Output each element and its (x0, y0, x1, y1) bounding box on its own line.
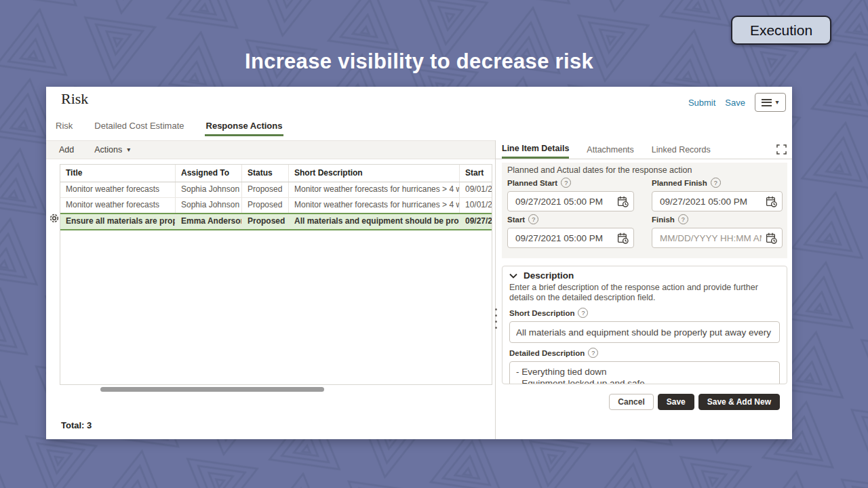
add-button[interactable]: Add (59, 145, 74, 155)
slide: Execution Increase visibility to decreas… (0, 0, 868, 488)
row-gear-icon[interactable] (49, 213, 60, 224)
tab-attachments[interactable]: Attachments (587, 140, 633, 159)
expand-panel-button[interactable] (776, 140, 787, 159)
help-icon[interactable]: ? (678, 214, 688, 224)
details-tabs: Line Item Details Attachments Linked Rec… (496, 140, 792, 159)
calendar-clock-icon[interactable] (766, 232, 777, 244)
planned-start-field (507, 191, 634, 211)
finish-field (652, 228, 783, 248)
response-actions-table: Title Assigned To Status Short Descripti… (60, 164, 492, 385)
label-text: Finish (652, 216, 675, 224)
help-icon[interactable]: ? (561, 178, 571, 188)
grid-toolbar: Add Actions ▾ (46, 140, 495, 159)
label-text: Short Description (509, 309, 574, 317)
label-text: Start (507, 216, 525, 224)
actions-label: Actions (94, 145, 122, 155)
detailed-description-textarea[interactable]: - Everything tied down - Equipment locke… (509, 361, 780, 384)
details-actions: Cancel Save Save & Add New (496, 394, 787, 410)
table-row[interactable]: Monitor weather forecasts Sophia Johnson… (60, 182, 492, 198)
save-add-new-button[interactable]: Save & Add New (698, 394, 780, 410)
caret-down-icon: ▾ (127, 146, 130, 153)
expand-icon (776, 144, 787, 155)
table-row[interactable]: Monitor weather forecasts Sophia Johnson… (60, 198, 492, 214)
collapse-chevron-icon[interactable] (509, 273, 517, 279)
description-help-text: Enter a brief description of the respons… (509, 283, 780, 303)
label-text: Detailed Description (509, 349, 585, 357)
tab-linked-records[interactable]: Linked Records (652, 140, 711, 159)
cell-start: 09/27/2 (460, 214, 492, 229)
finish-label: Finish ? (652, 214, 783, 224)
hamburger-icon (762, 99, 772, 106)
start-label: Start ? (507, 214, 634, 224)
column-header-assigned-to[interactable]: Assigned To (176, 165, 242, 182)
column-header-title[interactable]: Title (60, 165, 176, 182)
cell-assigned-to: Sophia Johnson (176, 182, 242, 197)
cancel-button[interactable]: Cancel (609, 394, 653, 410)
planned-start-input[interactable] (514, 196, 614, 207)
submit-link[interactable]: Submit (688, 98, 715, 108)
main-tabs: Risk Detailed Cost Estimate Response Act… (54, 119, 283, 136)
calendar-clock-icon[interactable] (617, 232, 629, 244)
app-window: Risk Submit Save ▾ Risk Detailed Cost Es… (46, 87, 792, 439)
table-header-row: Title Assigned To Status Short Descripti… (60, 165, 492, 182)
planned-finish-field (652, 191, 783, 211)
tab-risk[interactable]: Risk (54, 119, 74, 136)
cell-short-description: Monitor weather forecasts for hurricanes… (289, 182, 460, 197)
start-field (507, 228, 634, 248)
actions-menu-button[interactable]: Actions ▾ (94, 145, 130, 155)
calendar-clock-icon[interactable] (617, 196, 629, 207)
label-text: Planned Start (507, 179, 557, 187)
column-header-short-description[interactable]: Short Description (289, 165, 460, 182)
cell-short-description: Monitor weather forecasts for hurricanes… (289, 198, 460, 213)
phase-badge: Execution (731, 16, 831, 45)
help-icon[interactable]: ? (528, 214, 538, 224)
help-icon[interactable]: ? (711, 178, 721, 188)
cell-assigned-to: Sophia Johnson (176, 198, 242, 213)
calendar-clock-icon[interactable] (766, 196, 777, 207)
caret-down-icon: ▾ (775, 99, 778, 106)
detailed-description-label: Detailed Description ? (509, 348, 780, 358)
menu-button[interactable]: ▾ (755, 93, 786, 112)
panel-splitter-handle[interactable] (493, 308, 498, 329)
save-link[interactable]: Save (725, 98, 745, 108)
header-actions: Submit Save ▾ (688, 93, 786, 112)
column-header-start[interactable]: Start (460, 165, 492, 182)
tab-line-item-details[interactable]: Line Item Details (502, 140, 569, 159)
description-section: Description Enter a brief description of… (502, 266, 787, 384)
help-icon[interactable]: ? (578, 308, 588, 318)
dates-summary: Planned and Actual dates for the respons… (507, 165, 782, 175)
short-description-label: Short Description ? (509, 308, 780, 318)
cell-title: Monitor weather forecasts (60, 182, 176, 197)
table-row-selected[interactable]: Ensure all materials are proper... Emma … (60, 213, 492, 230)
tab-response-actions[interactable]: Response Actions (205, 119, 284, 136)
help-icon[interactable]: ? (588, 348, 598, 358)
horizontal-scrollbar[interactable] (100, 387, 324, 392)
planned-finish-label: Planned Finish ? (652, 178, 783, 188)
tab-detailed-cost-estimate[interactable]: Detailed Cost Estimate (93, 119, 185, 136)
short-description-input[interactable] (509, 321, 780, 343)
cell-status: Proposed (242, 182, 289, 197)
planned-finish-input[interactable] (658, 196, 763, 207)
cell-title: Ensure all materials are proper... (60, 214, 176, 229)
description-title: Description (524, 270, 574, 281)
cell-title: Monitor weather forecasts (60, 198, 176, 213)
column-header-status[interactable]: Status (242, 165, 289, 182)
table-total: Total: 3 (61, 420, 92, 430)
cell-short-description: All materials and equipment should be pr… (289, 214, 460, 229)
label-text: Planned Finish (652, 179, 707, 187)
dates-section: Planned and Actual dates for the respons… (502, 163, 787, 258)
cell-status: Proposed (242, 214, 289, 229)
cell-assigned-to: Emma Anderson (176, 214, 242, 229)
cell-start: 09/01/2 (460, 182, 492, 197)
start-input[interactable] (514, 232, 614, 244)
save-button[interactable]: Save (658, 394, 694, 410)
cell-start: 10/01/2 (460, 198, 492, 213)
finish-input[interactable] (658, 232, 763, 244)
cell-status: Proposed (242, 198, 289, 213)
planned-start-label: Planned Start ? (507, 178, 634, 188)
slide-title: Increase visibility to decrease risk (46, 49, 792, 74)
page-title: Risk (61, 90, 88, 108)
